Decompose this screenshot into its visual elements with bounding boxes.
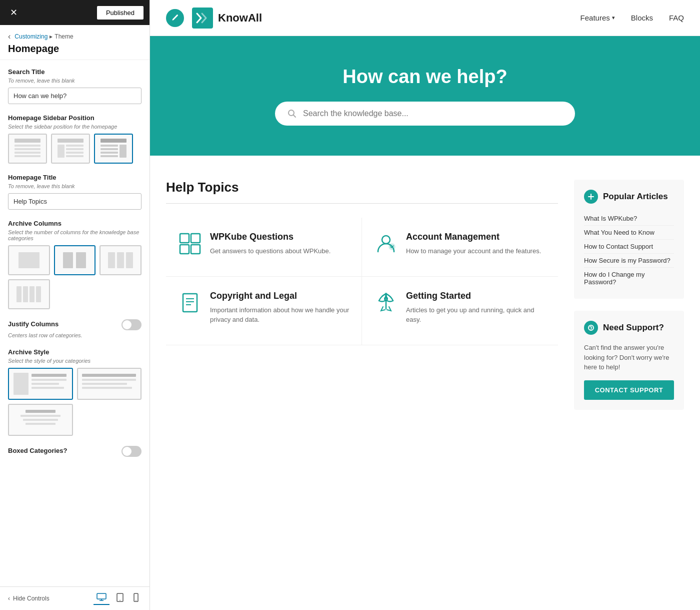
svg-rect-24 xyxy=(23,286,28,302)
site-nav: Features ▾ Blocks FAQ xyxy=(580,14,684,22)
layout-no-sidebar[interactable] xyxy=(8,134,47,164)
columns-1[interactable] xyxy=(8,245,50,275)
back-button[interactable]: ‹ xyxy=(8,32,10,41)
homepage-title-input[interactable] xyxy=(8,193,142,210)
breadcrumb-customizing[interactable]: Customizing xyxy=(14,33,48,40)
category-account-title: Account Management xyxy=(406,232,541,242)
svg-rect-2 xyxy=(14,148,40,150)
justify-columns-row: Justify Columns xyxy=(8,319,142,330)
hide-controls-button[interactable]: ‹ Hide Controls xyxy=(8,595,50,602)
nav-blocks[interactable]: Blocks xyxy=(631,14,653,22)
search-title-input[interactable] xyxy=(8,88,142,104)
archive-style-3[interactable] xyxy=(8,404,73,436)
category-getting-started: Getting Started Articles to get you up a… xyxy=(362,277,558,345)
nav-features[interactable]: Features ▾ xyxy=(580,14,615,22)
hide-controls-prev-arrow: ‹ xyxy=(8,595,10,602)
svg-rect-15 xyxy=(100,155,118,157)
article-link-1[interactable]: What Is WPKube? xyxy=(584,212,674,226)
svg-rect-3 xyxy=(14,152,40,154)
search-title-label: Search Title xyxy=(8,68,142,76)
svg-rect-27 xyxy=(14,373,28,395)
archive-style-group: Archive Style Select the style of your c… xyxy=(8,348,142,436)
layout-right-sidebar[interactable] xyxy=(94,134,133,164)
svg-rect-32 xyxy=(82,374,136,377)
popular-articles-heading: Popular Articles xyxy=(603,192,668,202)
article-link-5[interactable]: How do I Change my Password? xyxy=(584,268,674,289)
hero-section: How can we help? xyxy=(150,36,700,156)
hero-search-box[interactable] xyxy=(275,102,575,126)
contact-support-button[interactable]: CONTACT SUPPORT xyxy=(584,380,674,400)
category-account-header: Account Management How to manage your ac… xyxy=(374,232,546,256)
content-area: Help Topics WPKube Questions Get an xyxy=(166,180,558,586)
popular-articles-title: Popular Articles xyxy=(584,190,674,204)
tablet-button[interactable] xyxy=(114,592,126,605)
device-buttons xyxy=(94,592,142,605)
justify-columns-toggle[interactable] xyxy=(122,319,142,330)
site-logo[interactable]: KnowAll xyxy=(192,8,262,29)
edit-button[interactable] xyxy=(166,9,184,27)
archive-style-2[interactable] xyxy=(77,368,142,400)
boxed-categories-group: Boxed Categories? xyxy=(8,446,142,457)
svg-rect-38 xyxy=(23,419,58,421)
svg-rect-10 xyxy=(66,155,84,157)
svg-point-62 xyxy=(590,329,591,330)
columns-3[interactable] xyxy=(100,245,142,275)
archive-style-hint: Select the style of your categories xyxy=(8,358,142,364)
article-link-3[interactable]: How to Contact Support xyxy=(584,240,674,254)
category-copyright-header: Copyright and Legal Important informatio… xyxy=(178,291,350,325)
category-getting-started-header: Getting Started Articles to get you up a… xyxy=(374,291,546,325)
mobile-button[interactable] xyxy=(130,592,142,605)
svg-point-44 xyxy=(120,600,120,601)
archive-style-1[interactable] xyxy=(8,368,73,400)
svg-rect-9 xyxy=(66,152,84,154)
svg-rect-51 xyxy=(191,234,200,243)
justify-columns-label: Justify Columns xyxy=(8,320,58,328)
close-button[interactable]: ✕ xyxy=(6,5,22,20)
svg-rect-47 xyxy=(192,8,213,29)
desktop-button[interactable] xyxy=(94,592,110,605)
category-copyright-desc: Important information about how we handl… xyxy=(210,305,350,325)
nav-faq-label: FAQ xyxy=(669,14,684,22)
svg-rect-53 xyxy=(191,245,200,254)
logo-text: KnowAll xyxy=(218,12,262,25)
need-support-icon xyxy=(584,321,598,335)
category-wpkube-title: WPKube Questions xyxy=(210,232,330,242)
nav-faq[interactable]: FAQ xyxy=(669,14,684,22)
article-link-2[interactable]: What You Need to Know xyxy=(584,226,674,240)
wpkube-icon xyxy=(178,232,202,256)
categories-grid: WPKube Questions Get answers to question… xyxy=(166,218,558,345)
svg-rect-28 xyxy=(32,374,66,377)
nav-features-label: Features xyxy=(580,14,610,22)
website-preview: KnowAll Features ▾ Blocks FAQ How can we… xyxy=(150,0,700,610)
search-input[interactable] xyxy=(303,109,563,118)
justify-columns-hint: Centers last row of categories. xyxy=(8,332,142,338)
copyright-icon xyxy=(178,291,202,315)
panel-body: Search Title To remove, leave this blank… xyxy=(0,60,150,586)
svg-rect-52 xyxy=(180,245,189,254)
category-wpkube-desc: Get answers to questions about WPKube. xyxy=(210,246,330,256)
svg-rect-25 xyxy=(30,286,34,302)
svg-rect-34 xyxy=(82,383,127,385)
boxed-categories-row: Boxed Categories? xyxy=(8,446,142,457)
svg-rect-36 xyxy=(26,410,56,413)
svg-rect-23 xyxy=(16,286,22,302)
boxed-categories-toggle[interactable] xyxy=(122,446,142,457)
columns-4[interactable] xyxy=(8,279,50,309)
homepage-title-hint: To remove, leave this blank xyxy=(8,183,142,189)
article-link-4[interactable]: How Secure is my Password? xyxy=(584,254,674,268)
columns-2[interactable] xyxy=(54,245,96,275)
svg-rect-26 xyxy=(36,286,41,302)
popular-articles-icon xyxy=(584,190,598,204)
svg-rect-56 xyxy=(183,294,197,312)
hero-title: How can we help? xyxy=(166,66,684,88)
svg-rect-35 xyxy=(82,387,132,389)
published-button[interactable]: Published xyxy=(97,6,144,20)
category-getting-started-desc: Articles to get you up and running, quic… xyxy=(406,305,546,325)
panel-title: Homepage xyxy=(8,43,142,55)
category-copyright: Copyright and Legal Important informatio… xyxy=(166,277,362,345)
section-title: Help Topics xyxy=(166,180,558,204)
svg-line-49 xyxy=(294,115,296,118)
svg-rect-8 xyxy=(66,148,84,150)
layout-left-sidebar[interactable] xyxy=(51,134,90,164)
homepage-title-group: Homepage Title To remove, leave this bla… xyxy=(8,174,142,210)
